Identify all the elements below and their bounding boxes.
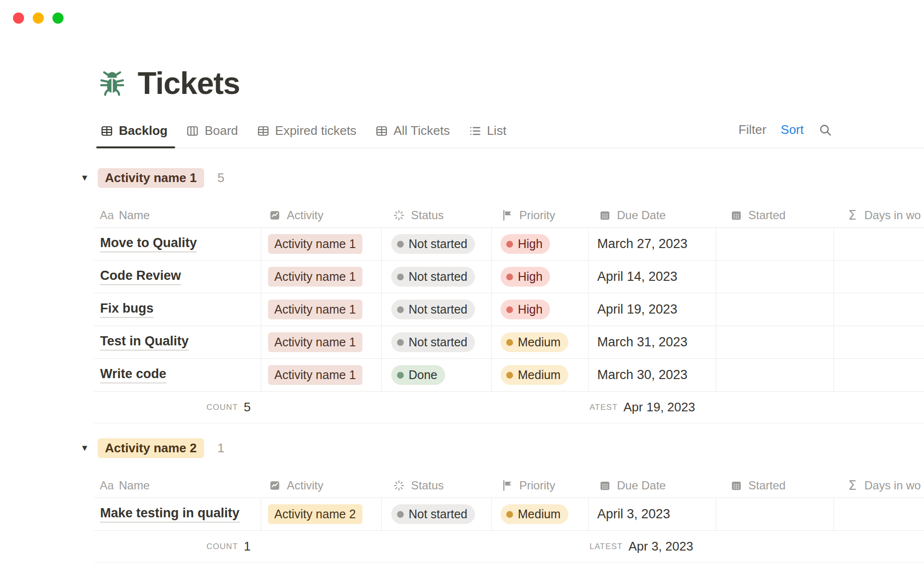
column-header-label: Activity <box>287 209 323 222</box>
group-name-pill[interactable]: Activity name 2 <box>98 438 204 458</box>
ticket-name[interactable]: Fix bugs <box>100 301 154 318</box>
page-header: Tickets <box>97 0 924 101</box>
latest-aggregate[interactable]: ATEST Apr 19, 2023 <box>589 392 716 423</box>
days-cell[interactable] <box>834 498 924 530</box>
column-header-activity[interactable]: Activity <box>261 209 382 222</box>
status-pill[interactable]: Not started <box>391 332 475 352</box>
collapse-triangle-icon[interactable]: ▼ <box>80 443 89 453</box>
column-header-status[interactable]: Status <box>382 209 492 222</box>
table-groups: ▼ Activity name 1 5 AaNameActivityStatus… <box>94 169 924 563</box>
count-aggregate[interactable]: COUNT 1 <box>94 531 261 562</box>
priority-pill[interactable]: Medium <box>500 365 568 385</box>
due-date[interactable]: April 3, 2023 <box>597 507 670 522</box>
priority-pill[interactable]: Medium <box>500 332 568 352</box>
calendar-icon <box>598 479 612 492</box>
activity-pill[interactable]: Activity name 1 <box>268 300 362 319</box>
tab-list[interactable]: List <box>468 118 506 148</box>
tab-backlog[interactable]: Backlog <box>100 118 167 148</box>
column-header-due-date[interactable]: Due Date <box>589 479 716 492</box>
table-row[interactable]: Test in Quality Activity name 1 Not star… <box>94 326 924 359</box>
column-header-label: Days in wo <box>864 479 921 492</box>
table-row[interactable]: Write code Activity name 1 Done Medium M… <box>94 359 924 392</box>
column-header-priority[interactable]: Priority <box>492 479 589 492</box>
column-header-started[interactable]: Started <box>716 209 834 222</box>
search-icon[interactable] <box>818 123 833 137</box>
column-header-name[interactable]: AaName <box>94 209 261 222</box>
column-header-label: Status <box>411 479 444 492</box>
activity-pill[interactable]: Activity name 1 <box>268 365 362 385</box>
priority-pill[interactable]: High <box>500 267 550 287</box>
filter-button[interactable]: Filter <box>739 122 767 137</box>
count-value: 5 <box>244 400 251 415</box>
column-header-activity[interactable]: Activity <box>261 479 382 492</box>
started-cell[interactable] <box>716 359 834 391</box>
days-cell[interactable] <box>834 326 924 358</box>
activity-pill[interactable]: Activity name 1 <box>268 267 362 287</box>
minimize-button[interactable] <box>33 13 44 24</box>
activity-pill[interactable]: Activity name 2 <box>268 504 362 524</box>
status-pill[interactable]: Not started <box>391 234 475 254</box>
group-name-pill[interactable]: Activity name 1 <box>98 168 204 188</box>
started-cell[interactable] <box>716 261 834 293</box>
bug-icon[interactable] <box>97 68 127 98</box>
status-pill[interactable]: Not started <box>391 504 475 524</box>
started-cell[interactable] <box>716 293 834 326</box>
table-row[interactable]: Fix bugs Activity name 1 Not started Hig… <box>94 293 924 326</box>
zoom-button[interactable] <box>52 13 64 24</box>
table-icon <box>375 124 388 138</box>
column-header-priority[interactable]: Priority <box>492 209 589 222</box>
column-header-days-in-wo[interactable]: ΣDays in wo <box>834 209 924 222</box>
calendar-icon <box>730 209 743 222</box>
table-row[interactable]: Code Review Activity name 1 Not started … <box>94 261 924 293</box>
column-header-due-date[interactable]: Due Date <box>589 209 716 222</box>
priority-pill[interactable]: High <box>500 300 550 319</box>
sort-button[interactable]: Sort <box>781 122 804 137</box>
column-header-days-in-wo[interactable]: ΣDays in wo <box>834 479 924 492</box>
started-cell[interactable] <box>716 498 834 530</box>
column-header-row: AaNameActivityStatusPriorityDue DateStar… <box>94 473 924 498</box>
started-cell[interactable] <box>716 326 834 358</box>
close-button[interactable] <box>13 13 24 24</box>
activity-pill[interactable]: Activity name 1 <box>268 234 362 254</box>
status-pill[interactable]: Not started <box>391 267 475 287</box>
due-date[interactable]: March 31, 2023 <box>597 335 688 350</box>
days-cell[interactable] <box>834 228 924 260</box>
due-date[interactable]: March 30, 2023 <box>597 368 688 382</box>
window-controls <box>13 13 64 24</box>
days-cell[interactable] <box>834 261 924 293</box>
status-pill[interactable]: Done <box>391 365 445 385</box>
text-icon: Aa <box>100 479 114 492</box>
latest-aggregate[interactable]: LATEST Apr 3, 2023 <box>589 531 716 562</box>
due-date[interactable]: March 27, 2023 <box>597 236 688 251</box>
table-row[interactable]: Make testing in quality Activity name 2 … <box>94 498 924 531</box>
tab-all-tickets[interactable]: All Tickets <box>375 118 450 148</box>
column-header-label: Priority <box>519 479 555 492</box>
ticket-name[interactable]: Move to Quality <box>100 236 197 252</box>
activity-pill[interactable]: Activity name 1 <box>268 332 362 352</box>
started-cell[interactable] <box>716 228 834 260</box>
latest-value: Apr 19, 2023 <box>624 400 695 415</box>
status-pill[interactable]: Not started <box>391 300 475 319</box>
tab-expired-tickets[interactable]: Expired tickets <box>257 118 357 148</box>
count-aggregate[interactable]: COUNT 5 <box>94 392 261 423</box>
collapse-triangle-icon[interactable]: ▼ <box>80 173 89 183</box>
table-row[interactable]: Move to Quality Activity name 1 Not star… <box>94 228 924 261</box>
ticket-name[interactable]: Write code <box>100 367 167 383</box>
due-date[interactable]: April 19, 2023 <box>597 302 678 317</box>
due-date[interactable]: April 14, 2023 <box>597 269 678 284</box>
ticket-name[interactable]: Code Review <box>100 268 181 285</box>
priority-pill[interactable]: Medium <box>500 504 568 524</box>
priority-pill[interactable]: High <box>500 234 550 254</box>
column-header-label: Due Date <box>617 479 666 492</box>
column-header-status[interactable]: Status <box>382 479 492 492</box>
days-cell[interactable] <box>834 293 924 326</box>
days-cell[interactable] <box>834 359 924 391</box>
tab-label: All Tickets <box>394 123 450 138</box>
column-header-name[interactable]: AaName <box>94 479 261 492</box>
ticket-name[interactable]: Test in Quality <box>100 334 189 351</box>
ticket-name[interactable]: Make testing in quality <box>100 506 240 523</box>
tab-board[interactable]: Board <box>186 118 238 148</box>
status-icon <box>392 479 406 492</box>
column-header-started[interactable]: Started <box>716 479 834 492</box>
board-icon <box>186 124 199 138</box>
